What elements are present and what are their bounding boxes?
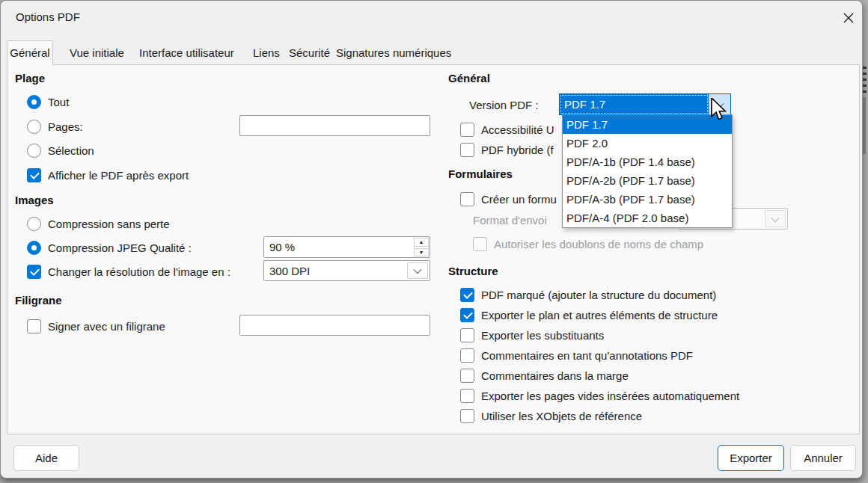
checkbox-creer-formulaire[interactable] bbox=[460, 192, 474, 206]
tab-signatures-numeriques[interactable]: Signatures numériques bbox=[336, 43, 451, 63]
checkbox-row-accessibilite[interactable]: Accessibilité U bbox=[460, 122, 554, 138]
pdf-options-dialog: Options PDF Général Vue initiale Interfa… bbox=[0, 0, 863, 479]
checkbox-row-pages-vides[interactable]: Exporter les pages vides insérées automa… bbox=[460, 388, 739, 404]
titlebar: Options PDF bbox=[1, 1, 862, 37]
checkbox-substituants[interactable] bbox=[460, 328, 474, 342]
checkbox-row-creer-formulaire[interactable]: Créer un formu bbox=[460, 191, 557, 207]
radio-pages-label: Pages: bbox=[48, 120, 83, 133]
checkbox-substituants-label: Exporter les substituants bbox=[481, 329, 604, 342]
checkbox-filigrane[interactable] bbox=[27, 319, 41, 333]
radio-sans-perte[interactable] bbox=[27, 217, 41, 231]
mouse-cursor bbox=[710, 98, 733, 125]
checkbox-pdf-marque-label: PDF marqué (ajouter la structure du docu… bbox=[481, 289, 716, 301]
section-formulaires: Formulaires bbox=[448, 167, 513, 180]
checkbox-filigrane-label: Signer avec un filigrane bbox=[48, 320, 165, 333]
checkbox-hybride-label: PDF hybride (f bbox=[481, 144, 554, 156]
help-button[interactable]: Aide bbox=[13, 445, 79, 471]
dropdown-item-pdf20[interactable]: PDF 2.0 bbox=[563, 134, 732, 153]
cancel-button[interactable]: Annuler bbox=[790, 445, 856, 471]
checkbox-row-pdf-marque[interactable]: PDF marqué (ajouter la structure du docu… bbox=[460, 287, 716, 303]
checkbox-pdf-marque[interactable] bbox=[460, 288, 474, 302]
section-structure: Structure bbox=[448, 265, 498, 277]
close-icon bbox=[843, 12, 855, 24]
radio-tout[interactable] bbox=[27, 95, 41, 109]
checkbox-resolution-label: Changer la résolution de l'image en : bbox=[48, 265, 230, 278]
radio-selection-label: Sélection bbox=[48, 144, 94, 157]
checkbox-xobjets[interactable] bbox=[460, 409, 474, 423]
checkbox-doublons bbox=[473, 237, 487, 251]
checkbox-row-filigrane[interactable]: Signer avec un filigrane bbox=[27, 319, 165, 334]
dialog-title: Options PDF bbox=[16, 10, 80, 23]
checkbox-row-commentaires-marge[interactable]: Commentaires dans la marge bbox=[460, 368, 629, 384]
checkbox-row-afficher[interactable]: Afficher le PDF après export bbox=[27, 167, 189, 183]
tab-securite[interactable]: Sécurité bbox=[289, 43, 330, 63]
resolution-value: 300 DPI bbox=[264, 265, 406, 277]
checkbox-pages-vides[interactable] bbox=[460, 389, 474, 403]
version-pdf-selected: PDF 1.7 bbox=[560, 94, 709, 114]
version-pdf-label: Version PDF : bbox=[469, 97, 539, 113]
checkbox-afficher-pdf[interactable] bbox=[27, 168, 41, 182]
radio-row-pages[interactable]: Pages: bbox=[27, 119, 83, 135]
tab-vue-initiale[interactable]: Vue initiale bbox=[70, 43, 124, 63]
dropdown-item-pdf17[interactable]: PDF 1.7 bbox=[563, 115, 732, 134]
spin-down-icon[interactable]: ▼ bbox=[414, 248, 429, 257]
pages-input[interactable] bbox=[239, 115, 430, 136]
section-plage: Plage bbox=[15, 72, 45, 84]
radio-row-selection[interactable]: Sélection bbox=[27, 143, 94, 159]
checkbox-row-hybride[interactable]: PDF hybride (f bbox=[460, 142, 554, 158]
checkbox-exporter-plan-label: Exporter le plan et autres éléments de s… bbox=[481, 309, 718, 322]
section-images: Images bbox=[15, 194, 54, 206]
radio-jpeg-label: Compression JPEG Qualité : bbox=[48, 242, 192, 254]
chevron-down-icon[interactable] bbox=[407, 262, 428, 279]
checkbox-row-doublons: Autoriser les doublons de noms de champ bbox=[473, 236, 703, 252]
checkbox-commentaires-marge[interactable] bbox=[460, 369, 474, 383]
checkbox-accessibilite[interactable] bbox=[460, 123, 474, 137]
radio-sans-perte-label: Compression sans perte bbox=[48, 218, 170, 230]
jpeg-quality-value: 90 % bbox=[264, 241, 413, 253]
checkbox-exporter-plan[interactable] bbox=[460, 308, 474, 322]
filigrane-input[interactable] bbox=[239, 315, 430, 336]
tab-interface-utilisateur[interactable]: Interface utilisateur bbox=[139, 43, 234, 63]
checkbox-afficher-label: Afficher le PDF après export bbox=[48, 169, 189, 182]
export-button[interactable]: Exporter bbox=[718, 445, 784, 471]
version-pdf-dropdown-list: PDF 1.7 PDF 2.0 PDF/A-1b (PDF 1.4 base) … bbox=[562, 114, 733, 228]
dropdown-item-pdfa1b[interactable]: PDF/A-1b (PDF 1.4 base) bbox=[563, 153, 732, 171]
checkbox-hybride[interactable] bbox=[460, 143, 474, 157]
checkbox-xobjets-label: Utiliser les XObjets de référence bbox=[481, 410, 642, 422]
dropdown-item-pdfa4[interactable]: PDF/A-4 (PDF 2.0 base) bbox=[563, 209, 732, 227]
resolution-combobox[interactable]: 300 DPI bbox=[263, 260, 430, 281]
section-filigrane: Filigrane bbox=[15, 294, 62, 307]
chevron-down-icon bbox=[765, 210, 786, 227]
radio-row-jpeg[interactable]: Compression JPEG Qualité : bbox=[27, 240, 192, 256]
radio-pages[interactable] bbox=[27, 120, 41, 134]
checkbox-row-xobjets[interactable]: Utiliser les XObjets de référence bbox=[460, 408, 642, 424]
radio-selection[interactable] bbox=[27, 144, 41, 158]
checkbox-creer-formulaire-label: Créer un formu bbox=[481, 193, 557, 206]
checkbox-accessibilite-label: Accessibilité U bbox=[481, 123, 554, 136]
tab-general[interactable]: Général bbox=[7, 40, 53, 66]
dropdown-item-pdfa3b[interactable]: PDF/A-3b (PDF 1.7 base) bbox=[563, 190, 732, 209]
checkbox-resolution[interactable] bbox=[27, 265, 41, 279]
radio-jpeg[interactable] bbox=[27, 241, 41, 255]
checkbox-commentaires-annotations[interactable] bbox=[460, 348, 474, 363]
jpeg-quality-spinner[interactable]: 90 % ▲ ▼ bbox=[263, 236, 430, 258]
checkbox-commentaires-marge-label: Commentaires dans la marge bbox=[481, 369, 629, 382]
checkbox-row-commentaires-annotations[interactable]: Commentaires en tant qu'annotations PDF bbox=[460, 348, 693, 363]
checkbox-pages-vides-label: Exporter les pages vides insérées automa… bbox=[481, 390, 739, 402]
checkbox-row-exporter-plan[interactable]: Exporter le plan et autres éléments de s… bbox=[460, 307, 718, 323]
spin-up-icon[interactable]: ▲ bbox=[414, 238, 429, 247]
radio-tout-label: Tout bbox=[48, 96, 69, 108]
section-general: Général bbox=[448, 72, 490, 84]
checkbox-row-resolution[interactable]: Changer la résolution de l'image en : bbox=[27, 264, 230, 280]
format-envoi-label: Format d'envoi bbox=[473, 212, 547, 228]
version-pdf-combobox[interactable]: PDF 1.7 bbox=[559, 93, 731, 115]
radio-row-tout[interactable]: Tout bbox=[27, 94, 69, 110]
checkbox-commentaires-annotations-label: Commentaires en tant qu'annotations PDF bbox=[481, 349, 693, 362]
checkbox-row-substituants[interactable]: Exporter les substituants bbox=[460, 327, 604, 343]
close-button[interactable] bbox=[836, 7, 861, 29]
radio-row-sans-perte[interactable]: Compression sans perte bbox=[27, 216, 170, 232]
tab-bar: Général Vue initiale Interface utilisate… bbox=[1, 40, 862, 65]
dropdown-item-pdfa2b[interactable]: PDF/A-2b (PDF 1.7 base) bbox=[563, 171, 732, 190]
tab-liens[interactable]: Liens bbox=[253, 43, 280, 63]
checkbox-doublons-label: Autoriser les doublons de noms de champ bbox=[494, 238, 703, 250]
